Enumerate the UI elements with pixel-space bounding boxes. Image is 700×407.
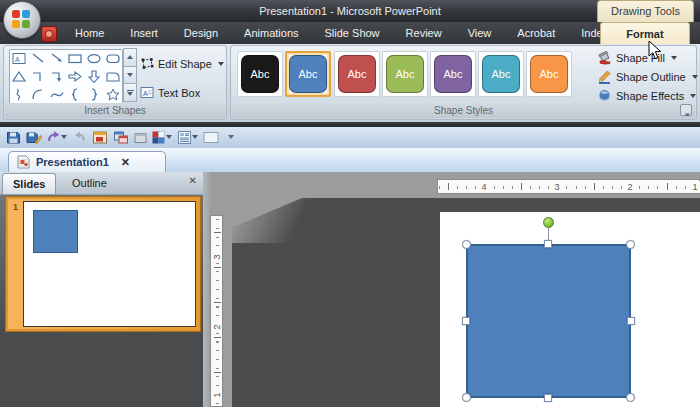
text-box-button[interactable]: A Text Box (140, 86, 200, 99)
switch-windows-icon[interactable] (112, 129, 129, 146)
rounded-rectangle-shape-icon[interactable] (103, 50, 122, 68)
group-label-insert-shapes[interactable]: Insert Shapes (5, 103, 225, 118)
paint-bucket-icon (597, 51, 612, 65)
resize-handle-bottom-right[interactable] (626, 393, 635, 402)
toolbar-options-icon[interactable] (228, 135, 234, 139)
resize-handle-top-right[interactable] (626, 240, 635, 249)
tab-format-active[interactable]: Format (600, 22, 690, 44)
elbow-connector-shape-icon[interactable] (29, 68, 48, 86)
pane-splitter[interactable] (203, 172, 210, 407)
vertical-ruler[interactable]: 3 2 1 (210, 215, 223, 407)
ruler-number: 2 (212, 322, 222, 332)
edit-shape-icon (140, 57, 154, 70)
rounded-corner-rectangle-shape-icon[interactable] (103, 68, 122, 86)
style-swatch-blue-selected[interactable]: Abc (285, 51, 331, 97)
group-insert-shapes: A Edit Shape (3, 45, 227, 120)
addin-icon[interactable] (41, 26, 57, 42)
chevron-down-icon (671, 56, 677, 60)
resize-handle-left[interactable] (462, 317, 470, 325)
ribbon-body: A Edit Shape (0, 44, 700, 122)
left-brace-shape-icon[interactable] (66, 85, 85, 103)
curve-shape-icon[interactable] (47, 85, 66, 103)
window-icon[interactable] (132, 129, 149, 146)
group-shape-styles: Abc Abc Abc Abc Abc Abc Abc Shape Fill S… (230, 45, 697, 120)
triangle-shape-icon[interactable] (10, 68, 29, 86)
star-shape-icon[interactable] (103, 85, 122, 103)
shape-effects-button[interactable]: Shape Effects (597, 89, 696, 103)
horizontal-ruler[interactable]: 4 3 2 1 (437, 179, 700, 194)
arrow-shape-icon[interactable] (47, 50, 66, 68)
tab-home[interactable]: Home (62, 22, 117, 44)
slide-pane-icon[interactable] (202, 129, 219, 146)
elbow-arrow-connector-shape-icon[interactable] (47, 68, 66, 86)
contextual-tab-group-header: Drawing Tools (597, 0, 694, 22)
document-tab-label: Presentation1 (36, 156, 109, 168)
style-swatch-red[interactable]: Abc (334, 51, 380, 97)
document-tab-presentation1[interactable]: Presentation1 ✕ (8, 151, 166, 172)
group-label-shape-styles[interactable]: Shape Styles (232, 103, 695, 118)
ruler-number: 1 (212, 390, 222, 400)
ruler-number: 2 (624, 181, 636, 193)
grid-view-dropdown-icon[interactable] (166, 135, 172, 139)
resize-handle-top-left[interactable] (462, 240, 471, 249)
style-swatch-purple[interactable]: Abc (430, 51, 476, 97)
tab-animations[interactable]: Animations (231, 22, 311, 44)
arc-shape-icon[interactable] (29, 85, 48, 103)
resize-handle-bottom[interactable] (544, 394, 552, 402)
rectangle-shape-icon[interactable] (66, 50, 85, 68)
resize-handle-bottom-left[interactable] (462, 393, 471, 402)
powerpoint-file-icon (17, 155, 30, 169)
grid-view-icon[interactable] (150, 129, 167, 146)
undo-dropdown-icon[interactable] (61, 135, 67, 139)
right-brace-shape-icon[interactable] (85, 85, 104, 103)
right-arrow-shape-icon[interactable] (66, 68, 85, 86)
style-swatch-teal[interactable]: Abc (478, 51, 524, 97)
office-logo-icon (12, 10, 30, 28)
shape-gallery[interactable]: A (9, 49, 123, 104)
chevron-down-icon (218, 62, 224, 66)
scroll-up-icon[interactable] (123, 48, 137, 67)
save-icon[interactable] (5, 129, 22, 146)
redo-icon-disabled[interactable] (70, 129, 87, 146)
tab-slides[interactable]: Slides (2, 173, 56, 194)
tab-review[interactable]: Review (393, 22, 455, 44)
line-shape-icon[interactable] (29, 50, 48, 68)
tab-outline[interactable]: Outline (62, 173, 117, 194)
oval-shape-icon[interactable] (85, 50, 104, 68)
shape-effects-icon (597, 89, 612, 103)
undo-icon[interactable] (45, 129, 62, 146)
tab-insert[interactable]: Insert (117, 22, 171, 44)
tab-design[interactable]: Design (171, 22, 231, 44)
resize-handle-right[interactable] (627, 317, 635, 325)
style-swatch-green[interactable]: Abc (382, 51, 428, 97)
scribble-shape-icon[interactable] (10, 85, 29, 103)
gallery-more-icon[interactable] (123, 83, 137, 102)
shape-fill-button[interactable]: Shape Fill (597, 51, 677, 65)
document-tab-close-icon[interactable]: ✕ (121, 156, 130, 169)
slide-thumbnail-selected[interactable]: 1 (6, 197, 200, 331)
outline-view-dropdown-icon[interactable] (192, 135, 198, 139)
resize-handle-top[interactable] (544, 240, 552, 248)
tab-slide-show[interactable]: Slide Show (312, 22, 393, 44)
office-button[interactable] (3, 1, 41, 39)
shape-outline-button[interactable]: Shape Outline (597, 70, 698, 84)
mouse-cursor (648, 40, 662, 61)
style-swatch-orange[interactable]: Abc (526, 51, 572, 97)
text-box-shape-icon[interactable]: A (10, 50, 29, 68)
tab-view[interactable]: View (455, 22, 505, 44)
tab-acrobat[interactable]: Acrobat (504, 22, 568, 44)
slide-number: 1 (10, 202, 21, 212)
scroll-down-icon[interactable] (123, 66, 137, 85)
edit-shape-button[interactable]: Edit Shape (140, 57, 224, 70)
panel-close-icon[interactable]: ✕ (189, 175, 197, 186)
outline-view-icon[interactable] (176, 129, 193, 146)
style-swatch-black[interactable]: Abc (237, 51, 283, 97)
save-as-icon[interactable] (25, 129, 42, 146)
print-preview-icon[interactable] (91, 129, 108, 146)
dialog-launcher-icon[interactable] (680, 104, 692, 116)
down-arrow-shape-icon[interactable] (85, 68, 104, 86)
shape-gallery-scrollbar[interactable] (123, 49, 137, 102)
selected-rectangle-shape[interactable] (466, 244, 631, 398)
rotation-handle[interactable] (543, 217, 554, 228)
text-box-icon: A (140, 86, 154, 99)
